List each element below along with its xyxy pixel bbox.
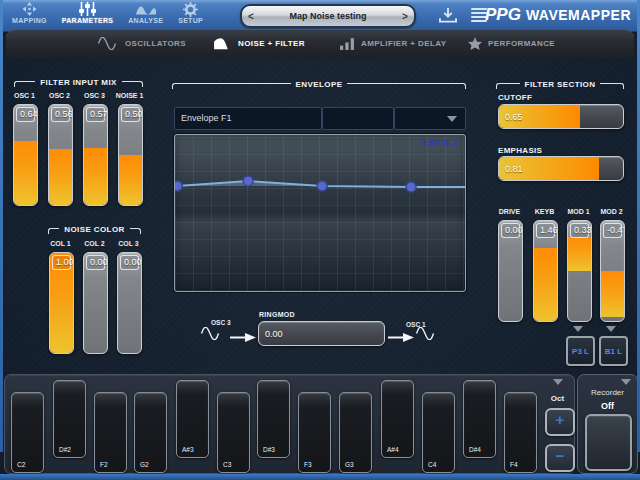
key-a-4[interactable]: A#4 [381,380,414,458]
key-g3[interactable]: G3 [339,392,372,473]
envelope-graph[interactable]: 0:00 0.2 [174,134,466,292]
tab-oscillators[interactable]: OSCILLATORS [95,29,186,58]
key-c2[interactable]: C2 [11,392,44,473]
key-g2[interactable]: G2 [134,392,167,473]
topbar-tab-mapping[interactable]: MAPPING [12,2,47,24]
wave-icon [135,2,157,16]
envelope-point-2[interactable] [243,176,253,186]
slider-mod-1[interactable]: 0.33 [567,220,592,322]
tab-label: PERFORMANCE [488,39,555,48]
slider-value: 0.50 [121,107,140,122]
key-d-4[interactable]: D#4 [463,380,496,458]
key-a-3[interactable]: A#3 [176,380,209,458]
slider-col-1[interactable]: 1.00 [49,252,74,354]
top-toolbar: MAPPINGPARAMETERSANALYSESETUP < Map Nois… [0,0,640,32]
slider-value: 0.64 [16,107,35,122]
slider-col-3[interactable]: 0.00 [117,252,142,354]
slider-drive[interactable]: 0.00 [498,220,523,322]
arrow-right-icon [388,329,414,347]
slider-mod-2[interactable]: -0.47 [600,220,625,322]
tab-noise-filter[interactable]: NOISE + FILTER [213,29,305,58]
group-label: ENVELOPE [296,80,343,89]
tab-amplifier-delay[interactable]: AMPLIFIER + DELAY [340,29,446,58]
slider-osc-1[interactable]: 0.64 [13,104,38,206]
tab-performance[interactable]: PERFORMANCE [468,29,555,58]
key-f4[interactable]: F4 [504,392,537,473]
recorder-status: Off [578,401,637,411]
octave-down-button[interactable]: − [545,444,575,472]
filter-curve-icon [213,37,232,50]
key-label: F3 [304,461,312,468]
ppg-wavemapper-app: MAPPINGPARAMETERSANALYSESETUP < Map Nois… [0,0,640,480]
topbar-tab-analyse[interactable]: ANALYSE [128,2,163,24]
key-label: D#2 [59,446,71,453]
key-d-2[interactable]: D#2 [53,380,86,458]
ringmod-source-label: OSC 3 [211,319,231,326]
emphasis-slider[interactable]: 0.81 [498,156,624,181]
sine-wave-icon [95,37,119,50]
filter-input-mix-sliders: OSC 10.64OSC 20.56OSC 30.57NOISE 10.50 [13,92,142,206]
tab-label: OSCILLATORS [125,39,186,48]
envelope-selector[interactable]: Envelope F1 [174,107,322,130]
envelope-point-4[interactable] [406,182,416,192]
logo-product: WAVEMAPPER [526,7,631,23]
key-f3[interactable]: F3 [298,392,331,473]
arrow-right-icon [230,329,256,347]
key-c3[interactable]: C3 [217,392,250,473]
slider-label: NOISE 1 [116,92,144,99]
slider-value: 0.00 [120,255,139,270]
key-label: F4 [510,461,518,468]
envelope-point-1[interactable] [175,181,182,191]
recorder-dropdown-icon [621,379,631,385]
ringmod-slider[interactable]: 0.00 [258,321,385,346]
slider-fill [49,149,72,205]
emphasis-value: 0.81 [505,157,523,180]
topbar-tab-parameters[interactable]: PARAMETERS [62,2,113,24]
slider-col-2[interactable]: 0.00 [83,252,108,354]
gear-icon [183,2,198,16]
cutoff-slider[interactable]: 0.65 [498,104,624,129]
group-label: NOISE COLOR [64,225,124,234]
key-c4[interactable]: C4 [422,392,455,473]
cutoff-label: CUTOFF [498,93,532,102]
slider-keyb[interactable]: 1.46 [533,220,558,322]
recorder-title: Recorder [578,388,637,397]
preset-next-button[interactable]: > [396,11,414,22]
slider-osc-3[interactable]: 0.57 [83,104,108,206]
frame-edge-bottom [0,474,640,480]
topbar-tab-setup[interactable]: SETUP [178,2,203,24]
preset-prev-button[interactable]: < [242,11,260,22]
envelope-selector-dropdown[interactable] [394,107,466,130]
osc3-sine-icon [198,326,222,344]
slider-label: MOD 2 [600,208,622,215]
slider-osc-2[interactable]: 0.56 [48,104,73,206]
key-f2[interactable]: F2 [94,392,127,473]
assign-button-mod-2[interactable]: B1 L [599,336,628,366]
slider-value: -0.47 [603,223,622,238]
envelope-selector-field-2[interactable] [322,107,394,130]
key-d-3[interactable]: D#3 [257,380,290,458]
save-icon[interactable] [438,8,458,27]
emphasis-label: EMPHASIS [498,146,542,155]
envelope-point-3[interactable] [317,181,327,191]
recorder-panel: Recorder Off [577,374,638,474]
group-label: FILTER SECTION [525,80,596,89]
key-label: C3 [223,461,231,468]
chevron-down-icon [606,326,616,332]
octave-up-button[interactable]: + [545,408,575,436]
chevron-down-icon [447,116,457,122]
slider-fill [84,148,107,205]
preset-name[interactable]: Map Noise testing [260,11,396,21]
topbar-tab-label: MAPPING [12,17,47,24]
assign-button-mod-1[interactable]: P3 L [566,336,595,366]
key-label: A#3 [182,446,194,453]
main-nav-tabs: MAPPINGPARAMETERSANALYSESETUP [12,2,203,24]
slider-value: 0.00 [86,255,105,270]
octave-controls: Oct + − [541,375,574,473]
slider-noise-1[interactable]: 0.50 [118,104,143,206]
key-label: D#4 [469,446,481,453]
slider-value: 0.57 [86,107,105,122]
cutoff-value: 0.65 [505,105,523,128]
recorder-button[interactable] [585,414,632,471]
chevron-down-icon [553,379,563,385]
